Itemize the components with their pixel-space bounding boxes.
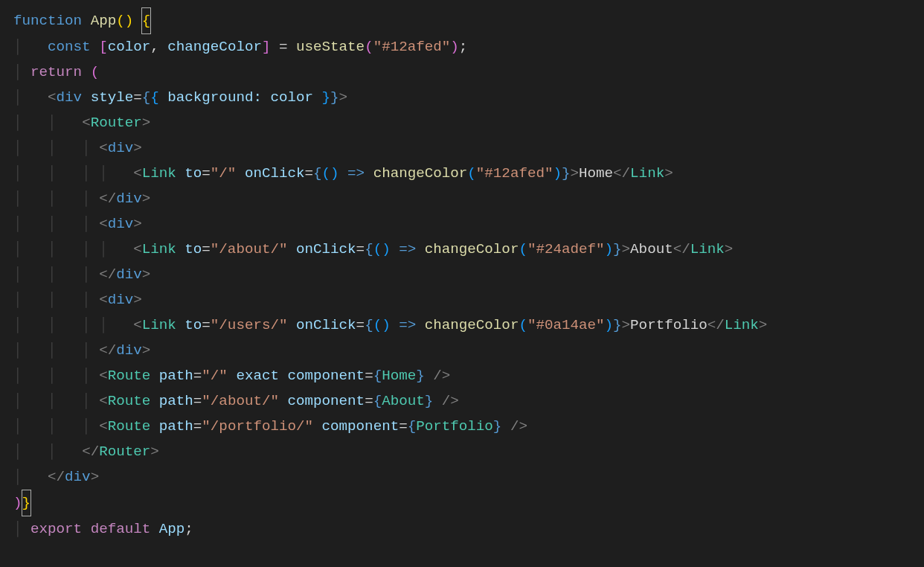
route-path-3: "/portfolio/" [202,418,313,435]
color-about: "#24adef" [527,241,605,257]
code-editor[interactable]: function App() { │ const [color, changeC… [0,0,924,549]
comp-Home: Home [382,368,416,384]
tag-div: div [57,89,83,106]
var-color-ref: color [270,89,313,106]
to-about: "/about/" [211,241,288,257]
tag-Link-home: Link [142,165,176,182]
str-initial-color: "#12afed" [373,39,451,55]
tag-Link-portfolio: Link [142,317,176,333]
tag-Route-3: Route [108,418,151,435]
tag-Route-1: Route [108,368,151,384]
kw-export: export [31,521,82,537]
tag-Route-2: Route [108,393,151,409]
to-home: "/" [211,165,237,182]
color-home: "#12afed" [476,165,554,182]
kw-return: return [31,64,82,80]
link-text-portfolio: Portfolio [630,317,708,333]
kw-const: const [48,39,91,55]
attr-exact: exact [236,368,279,384]
kw-default: default [91,521,151,537]
fn-App: App [91,13,117,29]
link-text-about: About [630,241,673,257]
var-changeColor: changeColor [167,39,262,55]
tag-Link-about: Link [142,241,176,257]
export-App: App [159,521,185,537]
comp-About: About [382,393,425,409]
route-path-1: "/" [202,368,228,384]
to-users: "/users/" [211,317,288,333]
prop-background: background [167,89,253,106]
attr-style: style [91,89,134,106]
fn-useState: useState [296,39,365,55]
route-path-2: "/about/" [202,393,279,409]
var-color: color [108,39,151,55]
tag-Router: Router [91,115,142,131]
link-text-home: Home [579,165,613,182]
comp-Portfolio: Portfolio [416,418,493,435]
color-portfolio: "#0a14ae" [527,317,605,333]
kw-function: function [13,13,82,29]
